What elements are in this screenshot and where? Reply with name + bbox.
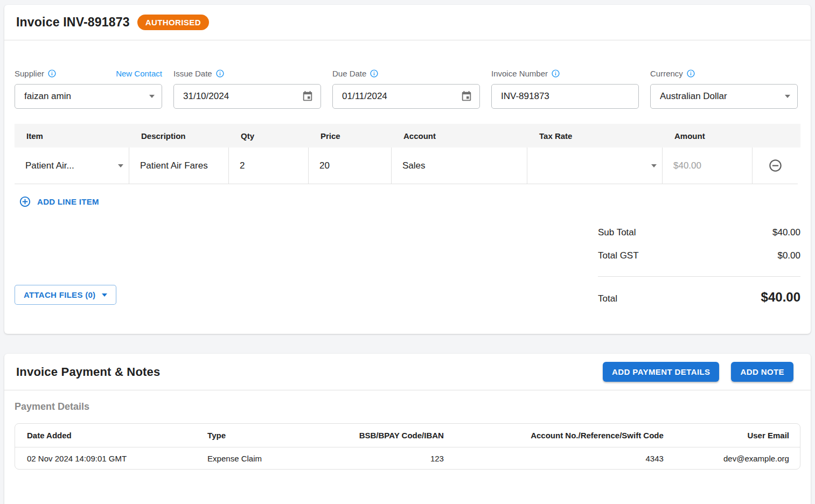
remove-line-item-cell (753, 148, 798, 184)
qty-input[interactable]: 2 (229, 148, 309, 184)
col-header-date-added: Date Added (15, 424, 196, 447)
payment-details-section: Payment Details Date Added Type BSB/BPAY… (4, 390, 811, 480)
account-no-value: 4343 (455, 447, 674, 469)
supplier-field-group: Supplier New Contact faizan amin (15, 68, 162, 109)
user-email-value: dev@example.org (674, 447, 800, 469)
invoice-card-header: Invoice INV-891873 AUTHORISED (4, 5, 811, 40)
payment-notes-header: Invoice Payment & Notes ADD PAYMENT DETA… (4, 354, 811, 390)
info-icon[interactable] (47, 69, 57, 78)
col-header-account-no: Account No./Reference/Swift Code (455, 424, 674, 447)
new-contact-link[interactable]: New Contact (116, 69, 162, 78)
due-date-value: 01/11/2024 (342, 91, 461, 102)
remove-circle-icon[interactable] (768, 158, 783, 173)
account-input[interactable]: Sales (392, 148, 527, 184)
invoice-card-content: Supplier New Contact faizan amin Issue D… (4, 40, 811, 334)
description-value: Patient Air Fares (140, 160, 208, 171)
due-date-label: Due Date (332, 69, 379, 78)
add-note-button[interactable]: ADD NOTE (731, 362, 793, 382)
line-item-row: Patient Air... Patient Air Fares 2 20 Sa… (15, 148, 800, 184)
price-value: 20 (319, 160, 330, 171)
info-icon[interactable] (370, 69, 379, 78)
col-header-user-email: User Email (674, 424, 800, 447)
issue-date-input[interactable]: 31/10/2024 (173, 84, 321, 109)
payment-notes-card: Invoice Payment & Notes ADD PAYMENT DETA… (4, 354, 811, 504)
invoice-fields-row: Supplier New Contact faizan amin Issue D… (15, 40, 800, 109)
amount-input[interactable]: $40.00 (663, 148, 753, 184)
info-icon[interactable] (686, 69, 695, 78)
payment-notes-actions: ADD PAYMENT DETAILS ADD NOTE (603, 362, 799, 382)
total-value: $40.00 (761, 290, 800, 305)
item-value: Patient Air... (25, 160, 74, 171)
price-input[interactable]: 20 (309, 148, 392, 184)
info-icon[interactable] (215, 69, 225, 78)
col-header-item: Item (15, 124, 129, 148)
supplier-label-text: Supplier (15, 69, 44, 78)
sub-total-label: Sub Total (598, 227, 636, 238)
status-badge: AUTHORISED (137, 15, 209, 30)
info-icon[interactable] (551, 69, 560, 78)
due-date-input[interactable]: 01/11/2024 (332, 84, 480, 109)
supplier-value: faizan amin (24, 91, 149, 102)
calendar-icon[interactable] (461, 90, 472, 102)
currency-select[interactable]: Australian Dollar (650, 84, 798, 109)
col-header-description: Description (129, 124, 229, 148)
total-row: Total $40.00 (598, 290, 800, 305)
currency-field-group: Currency Australian Dollar (650, 68, 798, 109)
totals-divider (598, 276, 800, 277)
bsb-value: 123 (337, 447, 455, 469)
line-items-header-row: Item Description Qty Price Account Tax R… (15, 124, 800, 148)
tax-rate-select[interactable] (527, 148, 663, 184)
page-title: Invoice INV-891873 (16, 15, 130, 30)
total-label: Total (598, 293, 617, 304)
total-gst-row: Total GST $0.00 (598, 250, 800, 261)
attach-files-label: ATTACH FILES (0) (24, 290, 95, 299)
payment-table-row: 02 Nov 2024 14:09:01 GMT Expense Claim 1… (15, 447, 800, 469)
add-circle-icon (19, 195, 31, 208)
issue-date-field-group: Issue Date 31/10/2024 (173, 68, 321, 109)
currency-value: Australian Dollar (660, 91, 785, 102)
add-line-item-label: ADD LINE ITEM (37, 197, 99, 206)
sub-total-row: Sub Total $40.00 (598, 227, 800, 238)
invoice-number-input[interactable]: INV-891873 (491, 84, 639, 109)
col-header-price: Price (309, 124, 392, 148)
invoice-number-field-group: Invoice Number INV-891873 (491, 68, 639, 109)
totals-block: Sub Total $40.00 Total GST $0.00 Total $… (598, 227, 800, 305)
currency-label: Currency (650, 69, 695, 78)
sub-total-value: $40.00 (772, 227, 800, 238)
attach-files-button[interactable]: ATTACH FILES (0) (15, 285, 116, 305)
chevron-down-icon (651, 164, 657, 167)
col-header-actions (753, 124, 798, 148)
col-header-account: Account (392, 124, 527, 148)
supplier-select[interactable]: faizan amin (15, 84, 162, 109)
calendar-icon[interactable] (302, 90, 314, 102)
payment-notes-title: Invoice Payment & Notes (16, 365, 160, 379)
issue-date-label-text: Issue Date (173, 69, 212, 78)
col-header-bsb: BSB/BPAY Code/IBAN (337, 424, 455, 447)
due-date-label-text: Due Date (332, 69, 366, 78)
invoice-number-value: INV-891873 (501, 91, 631, 102)
col-header-qty: Qty (229, 124, 309, 148)
invoice-number-label: Invoice Number (491, 69, 560, 78)
description-input[interactable]: Patient Air Fares (129, 148, 229, 184)
due-date-field-group: Due Date 01/11/2024 (332, 68, 480, 109)
issue-date-label: Issue Date (173, 69, 225, 78)
invoice-number-label-text: Invoice Number (491, 69, 548, 78)
total-gst-label: Total GST (598, 250, 639, 261)
chevron-down-icon (102, 293, 107, 297)
type-value: Expense Claim (196, 447, 337, 469)
qty-value: 2 (240, 160, 245, 171)
supplier-label: Supplier (15, 69, 57, 78)
payment-table-header-row: Date Added Type BSB/BPAY Code/IBAN Accou… (15, 424, 800, 447)
item-select[interactable]: Patient Air... (15, 148, 129, 184)
col-header-tax-rate: Tax Rate (527, 124, 663, 148)
add-line-item-button[interactable]: ADD LINE ITEM (15, 195, 99, 208)
add-payment-details-button[interactable]: ADD PAYMENT DETAILS (603, 362, 719, 382)
payment-details-heading: Payment Details (15, 401, 800, 412)
total-gst-value: $0.00 (777, 250, 800, 261)
date-added-value: 02 Nov 2024 14:09:01 GMT (15, 447, 196, 469)
chevron-down-icon (149, 95, 155, 98)
invoice-card: Invoice INV-891873 AUTHORISED Supplier N… (4, 5, 811, 334)
currency-label-text: Currency (650, 69, 683, 78)
totals-zone: ATTACH FILES (0) Sub Total $40.00 Total … (15, 227, 800, 334)
amount-placeholder: $40.00 (673, 160, 701, 171)
